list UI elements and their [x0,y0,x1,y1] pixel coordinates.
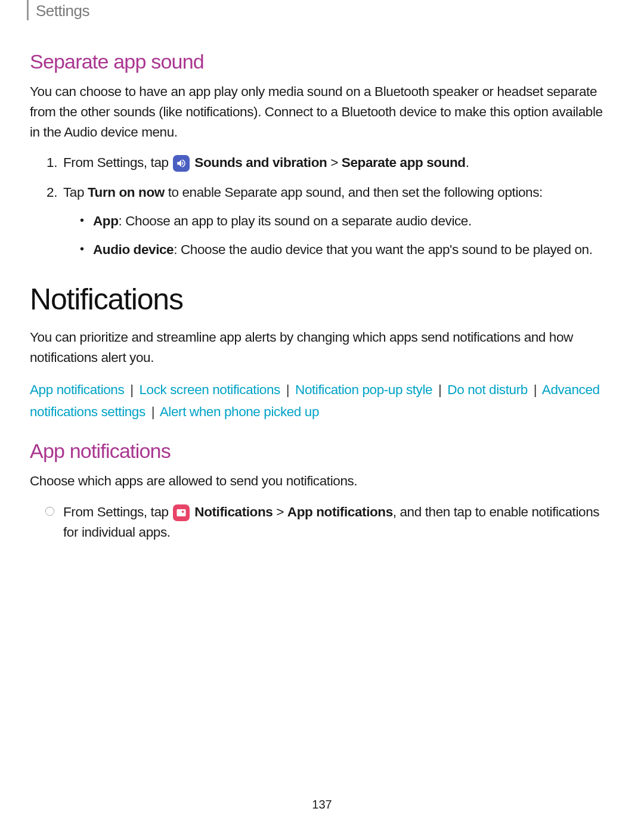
step2-sublist: App: Choose an app to play its sound on … [80,211,614,260]
step2-pre: Tap [63,185,88,200]
link-sep: | [286,382,289,397]
sub1-text: : Choose an app to play its sound on a s… [119,213,472,228]
s3-bold2: App notifications [287,504,393,519]
steps-separate-app-sound: From Settings, tap Sounds and vibration … [47,153,614,259]
notification-links: App notifications | Lock screen notifica… [30,379,614,423]
link-sep: | [130,382,133,397]
link-notification-popup-style[interactable]: Notification pop-up style [295,382,432,397]
heading-notifications: Notifications [30,282,614,317]
heading-app-notifications: App notifications [30,439,614,463]
notifications-icon [173,504,190,521]
page-header: Settings [30,0,614,20]
s3-breadcrumb: > [273,504,287,519]
heading-separate-app-sound: Separate app sound [30,50,614,73]
page-number: 137 [0,798,644,812]
s3-bold1: Notifications [191,504,273,519]
link-lock-screen-notifications[interactable]: Lock screen notifications [139,382,280,397]
intro-app-notifications: Choose which apps are allowed to send yo… [30,471,614,491]
sub2-bold: Audio device [93,242,174,257]
step1-bold1: Sounds and vibration [191,155,327,170]
step2-bold: Turn on now [88,185,165,200]
sub-app: App: Choose an app to play its sound on … [80,211,614,231]
intro-notifications: You can prioritize and streamline app al… [30,327,614,368]
link-sep: | [534,382,537,397]
step1-breadcrumb: > [327,155,341,170]
step-2: Tap Turn on now to enable Separate app s… [47,182,614,259]
header-accent-bar [27,0,29,20]
s3-pre: From Settings, tap [63,504,172,519]
link-sep: | [438,382,441,397]
step-app-notifications: From Settings, tap Notifications > App n… [47,502,614,543]
step1-end: . [466,155,469,170]
sub2-text: : Choose the audio device that you want … [174,242,592,257]
sound-icon [173,155,190,172]
step1-bold2: Separate app sound [342,155,466,170]
steps-app-notifications: From Settings, tap Notifications > App n… [47,502,614,543]
link-alert-phone-picked-up[interactable]: Alert when phone picked up [160,404,319,419]
link-sep: | [151,404,154,419]
link-do-not-disturb[interactable]: Do not disturb [447,382,527,397]
step2-post: to enable Separate app sound, and then s… [165,185,543,200]
sub-audio-device: Audio device: Choose the audio device th… [80,240,614,260]
link-app-notifications[interactable]: App notifications [30,382,124,397]
step-1: From Settings, tap Sounds and vibration … [47,153,614,173]
sub1-bold: App [93,213,119,228]
step1-pre: From Settings, tap [63,155,172,170]
intro-separate-app-sound: You can choose to have an app play only … [30,82,614,142]
